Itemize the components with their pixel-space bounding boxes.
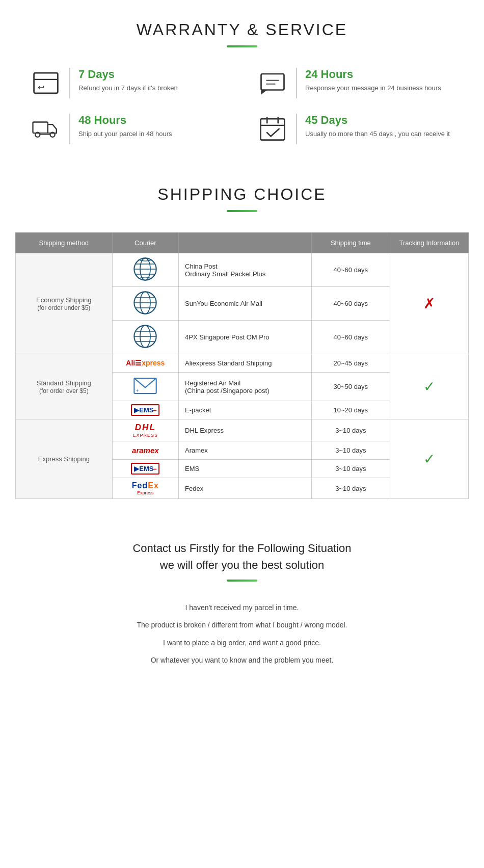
- time-economy-2: 40~60 days: [311, 287, 390, 321]
- shipping-title: SHIPPING CHOICE: [15, 185, 469, 204]
- response-desc: Response your message in 24 business hou…: [305, 83, 453, 93]
- divider: [296, 68, 297, 98]
- tracking-economy: ✗: [390, 253, 468, 354]
- ship-highlight: 48 Hours: [78, 114, 227, 127]
- table-row-standard-1: Standard Shipping(for order over $5) Ali…: [16, 354, 469, 373]
- header-courier-logo: Courier: [112, 233, 178, 253]
- ali-logo: Ali☰xpress: [112, 354, 178, 373]
- time-express-4: 3~10 days: [311, 478, 390, 499]
- courier-4px: 4PX Singapore Post OM Pro: [179, 321, 312, 354]
- un-logo-3: [112, 321, 178, 354]
- divider: [69, 68, 70, 98]
- header-courier-name: [179, 233, 312, 253]
- contact-section: Contact us Firstly for the Following Sit…: [0, 514, 484, 688]
- courier-fedex: Fedex: [179, 478, 312, 499]
- svg-text:↩: ↩: [38, 83, 44, 92]
- table-header-row: Shipping method Courier Shipping time Tr…: [16, 233, 469, 253]
- express-method: Express Shipping: [16, 419, 113, 499]
- receive-highlight: 45 Days: [305, 114, 453, 127]
- header-time: Shipping time: [311, 233, 390, 253]
- svg-rect-12: [261, 119, 285, 140]
- check-icon-standard: ✓: [423, 379, 435, 394]
- divider: [296, 114, 297, 144]
- svg-marker-6: [261, 90, 267, 95]
- warranty-underline: [227, 45, 257, 47]
- contact-item-3: I want to place a big order, and want a …: [31, 637, 453, 648]
- warranty-text-receive: 45 Days Usually no more than 45 days , y…: [305, 114, 453, 139]
- warranty-item-refund: ↩ 7 Days Refund you in 7 days if it's br…: [31, 68, 227, 98]
- fedex-logo: FedEx Express: [112, 478, 178, 499]
- warranty-grid: ↩ 7 Days Refund you in 7 days if it's br…: [31, 68, 453, 144]
- courier-registered-air: Registered Air Mail(China post /Singapor…: [179, 373, 312, 401]
- un-logo-1: [112, 253, 178, 287]
- header-method: Shipping method: [16, 233, 113, 253]
- time-express-2: 3~10 days: [311, 441, 390, 460]
- check-icon-express: ✓: [423, 451, 435, 467]
- time-standard-2: 30~50 days: [311, 373, 390, 401]
- ems-logo: ▶EMS━: [112, 401, 178, 419]
- shipping-underline: [227, 210, 257, 212]
- warranty-section: WARRANTY & SERVICE ↩ 7 Days Refund you i…: [0, 0, 484, 160]
- message-icon: [257, 68, 288, 98]
- time-express-3: 3~10 days: [311, 460, 390, 478]
- contact-item-2: The product is broken / different from w…: [31, 619, 453, 630]
- table-row-express-1: Express Shipping DHL EXPRESS DHL Express…: [16, 419, 469, 441]
- time-economy-1: 40~60 days: [311, 253, 390, 287]
- header-tracking: Tracking Information: [390, 233, 468, 253]
- tracking-standard: ✓: [390, 354, 468, 419]
- courier-ems: EMS: [179, 460, 312, 478]
- contact-underline: [227, 580, 257, 582]
- svg-rect-3: [261, 74, 284, 90]
- contact-item-1: I haven't received my parcel in time.: [31, 602, 453, 613]
- refund-icon: ↩: [31, 68, 61, 98]
- shipping-table: Shipping method Courier Shipping time Tr…: [15, 232, 469, 499]
- courier-epacket: E-packet: [179, 401, 312, 419]
- warranty-item-receive: 45 Days Usually no more than 45 days , y…: [257, 114, 453, 144]
- un-logo-2: [112, 287, 178, 321]
- time-standard-1: 20~45 days: [311, 354, 390, 373]
- contact-list: I haven't received my parcel in time. Th…: [31, 602, 453, 666]
- response-highlight: 24 Hours: [305, 68, 453, 81]
- ems2-logo: ▶EMS━: [112, 460, 178, 478]
- courier-sunyou: SunYou Economic Air Mail: [179, 287, 312, 321]
- dhl-logo: DHL EXPRESS: [112, 419, 178, 441]
- tracking-express: ✓: [390, 419, 468, 499]
- courier-aliexpress: Aliexpress Standard Shipping: [179, 354, 312, 373]
- svg-rect-7: [33, 122, 48, 134]
- table-row-economy-1: Economy Shipping(for order under $5) Chi…: [16, 253, 469, 287]
- time-economy-3: 40~60 days: [311, 321, 390, 354]
- warranty-item-response: 24 Hours Response your message in 24 bus…: [257, 68, 453, 98]
- shipping-section: SHIPPING CHOICE Shipping method Courier …: [0, 160, 484, 514]
- cross-icon: ✗: [423, 296, 435, 311]
- standard-method: Standard Shipping(for order over $5): [16, 354, 113, 419]
- courier-dhl: DHL Express: [179, 419, 312, 441]
- contact-title: Contact us Firstly for the Following Sit…: [31, 540, 453, 573]
- calendar-check-icon: [257, 114, 288, 144]
- economy-method: Economy Shipping(for order under $5): [16, 253, 113, 354]
- courier-china-post: China PostOrdinary Small Packet Plus: [179, 253, 312, 287]
- courier-aramex: Aramex: [179, 441, 312, 460]
- aramex-logo: aramex: [112, 441, 178, 460]
- truck-icon: [31, 114, 61, 144]
- warranty-text-refund: 7 Days Refund you in 7 days if it's brok…: [78, 68, 227, 93]
- warranty-text-ship: 48 Hours Ship out your parcel in 48 hour…: [78, 114, 227, 139]
- time-express-1: 3~10 days: [311, 419, 390, 441]
- contact-item-4: Or whatever you want to know and the pro…: [31, 654, 453, 666]
- refund-highlight: 7 Days: [78, 68, 227, 81]
- warranty-text-response: 24 Hours Response your message in 24 bus…: [305, 68, 453, 93]
- warranty-title: WARRANTY & SERVICE: [31, 20, 453, 39]
- warranty-item-ship: 48 Hours Ship out your parcel in 48 hour…: [31, 114, 227, 144]
- divider: [69, 114, 70, 144]
- refund-desc: Refund you in 7 days if it's broken: [78, 83, 227, 93]
- rmail-logo: ✈: [112, 373, 178, 401]
- ship-desc: Ship out your parcel in 48 hours: [78, 129, 227, 139]
- svg-text:✈: ✈: [136, 389, 139, 392]
- receive-desc: Usually no more than 45 days , you can r…: [305, 129, 453, 139]
- time-standard-3: 10~20 days: [311, 401, 390, 419]
